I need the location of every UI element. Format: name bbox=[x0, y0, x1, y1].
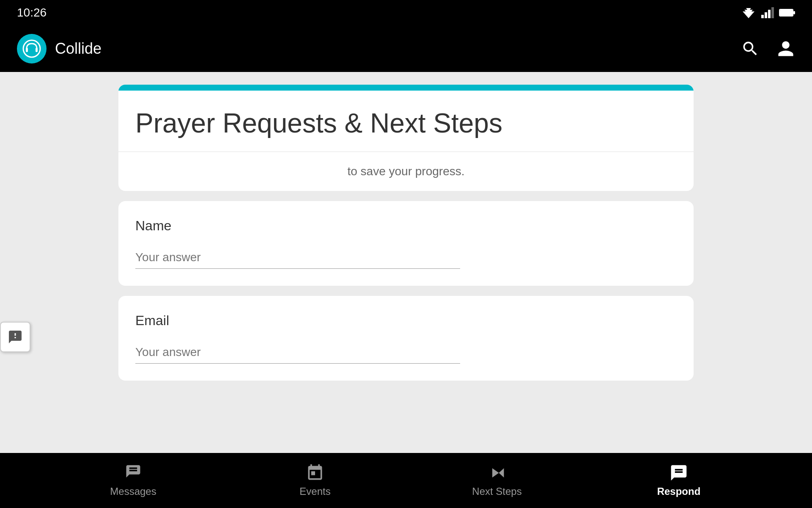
main-content: Prayer Requests & Next Steps to save you… bbox=[0, 72, 812, 453]
page-title: Prayer Requests & Next Steps bbox=[135, 108, 677, 139]
name-label: Name bbox=[135, 218, 677, 234]
respond-nav-label: Respond bbox=[657, 486, 701, 497]
email-input[interactable] bbox=[135, 341, 460, 364]
app-logo bbox=[17, 34, 47, 64]
feedback-icon bbox=[8, 329, 23, 345]
bottom-nav: Messages Events Next Steps Respond bbox=[0, 453, 812, 508]
svg-rect-6 bbox=[771, 7, 774, 18]
respond-nav-icon bbox=[669, 464, 688, 482]
messages-nav-icon bbox=[124, 464, 143, 482]
app-bar-actions bbox=[741, 39, 795, 58]
status-icons bbox=[741, 7, 795, 18]
svg-rect-8 bbox=[793, 11, 795, 14]
messages-nav-label: Messages bbox=[110, 486, 156, 497]
svg-rect-12 bbox=[26, 48, 28, 52]
header-accent-bar bbox=[118, 85, 694, 91]
nav-item-events[interactable]: Events bbox=[273, 464, 357, 497]
svg-rect-4 bbox=[765, 12, 767, 18]
name-input[interactable] bbox=[135, 246, 460, 269]
account-icon[interactable] bbox=[776, 39, 795, 58]
search-icon[interactable] bbox=[741, 39, 760, 58]
signal-icon bbox=[761, 7, 774, 18]
name-field-card: Name bbox=[118, 201, 694, 286]
status-bar: 10:26 bbox=[0, 0, 812, 25]
collide-logo-icon bbox=[22, 39, 41, 58]
events-nav-icon bbox=[306, 464, 324, 482]
app-bar-left: Collide bbox=[17, 34, 102, 64]
email-field-card: Email bbox=[118, 296, 694, 381]
svg-rect-3 bbox=[761, 15, 764, 18]
status-time: 10:26 bbox=[17, 6, 47, 19]
save-progress-text: to save your progress. bbox=[118, 152, 694, 191]
svg-rect-13 bbox=[36, 48, 38, 52]
wifi-icon bbox=[741, 7, 756, 18]
next-steps-nav-icon bbox=[488, 464, 506, 482]
app-bar: Collide bbox=[0, 25, 812, 72]
feedback-button[interactable] bbox=[0, 322, 30, 352]
svg-rect-10 bbox=[780, 10, 793, 16]
nav-item-next-steps[interactable]: Next Steps bbox=[455, 464, 539, 497]
events-nav-label: Events bbox=[299, 486, 330, 497]
header-card: Prayer Requests & Next Steps to save you… bbox=[118, 85, 694, 191]
nav-item-respond[interactable]: Respond bbox=[636, 464, 721, 497]
battery-icon bbox=[779, 8, 795, 17]
svg-rect-5 bbox=[768, 10, 771, 18]
next-steps-nav-label: Next Steps bbox=[472, 486, 521, 497]
app-title: Collide bbox=[55, 40, 102, 58]
email-label: Email bbox=[135, 313, 677, 329]
header-card-body: Prayer Requests & Next Steps bbox=[118, 91, 694, 152]
nav-item-messages[interactable]: Messages bbox=[91, 464, 176, 497]
